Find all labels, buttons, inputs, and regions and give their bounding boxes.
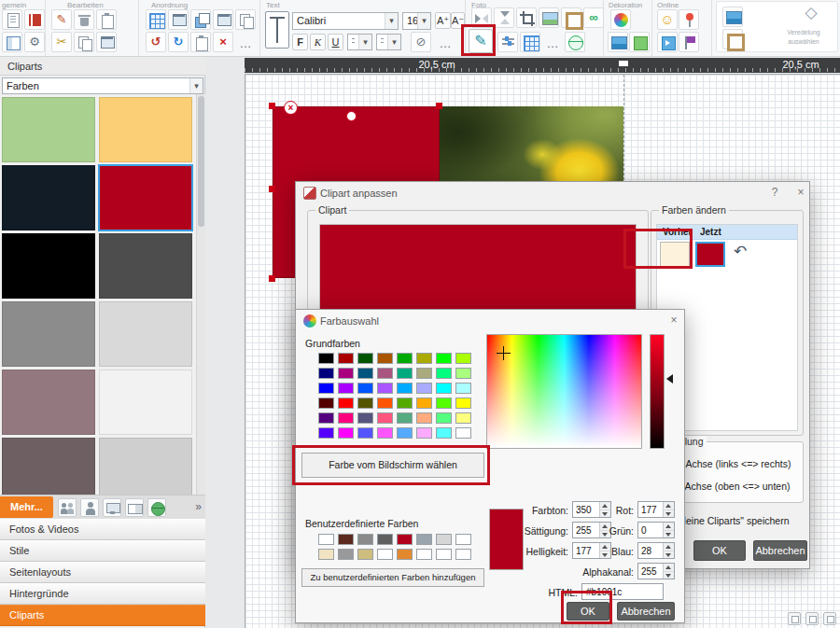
- basic-color-swatch[interactable]: [436, 353, 452, 364]
- bold-button[interactable]: F: [292, 34, 308, 50]
- underline-button[interactable]: U: [328, 34, 343, 50]
- hue-saturation-field[interactable]: [486, 334, 642, 449]
- background-button[interactable]: [608, 32, 628, 52]
- album-icon[interactable]: [125, 498, 144, 517]
- view-thumbnails-icon[interactable]: [788, 612, 801, 625]
- copy-button[interactable]: [74, 32, 94, 52]
- custom-color-swatch[interactable]: [397, 549, 413, 560]
- spin-down-icon[interactable]: [664, 510, 674, 518]
- layers-button[interactable]: [190, 9, 211, 30]
- custom-color-swatch[interactable]: [338, 549, 354, 560]
- nav-item[interactable]: Cliparts: [0, 605, 205, 626]
- pin-button[interactable]: [679, 9, 699, 30]
- photo-grid-button[interactable]: [520, 32, 540, 52]
- arrange-paste-button[interactable]: [190, 32, 211, 52]
- photo-edit-button[interactable]: ✎: [469, 29, 493, 53]
- basic-color-swatch[interactable]: [338, 412, 354, 424]
- close-button[interactable]: ×: [792, 186, 809, 201]
- help-button[interactable]: ?: [766, 186, 783, 201]
- basic-color-swatch[interactable]: [318, 412, 334, 424]
- line-spacing-select[interactable]: ▾: [376, 34, 401, 50]
- custom-color-swatch[interactable]: [377, 534, 393, 545]
- basic-color-swatch[interactable]: [377, 427, 393, 439]
- basic-color-swatch[interactable]: [318, 368, 334, 379]
- delete-clipart-handle[interactable]: ×: [284, 101, 298, 115]
- photo-icon[interactable]: [539, 7, 559, 28]
- clipart-swatch[interactable]: [99, 165, 192, 230]
- custom-color-swatch[interactable]: [416, 549, 432, 560]
- basic-color-swatch[interactable]: [416, 353, 432, 364]
- upload-button[interactable]: [657, 32, 678, 52]
- globe-icon[interactable]: [147, 498, 166, 517]
- palette-icon[interactable]: [610, 9, 631, 30]
- basic-color-swatch[interactable]: [397, 412, 413, 424]
- clipart-swatch[interactable]: [2, 438, 95, 495]
- basic-color-swatch[interactable]: [397, 353, 413, 364]
- color-ok-button[interactable]: OK: [567, 602, 609, 621]
- clipart-swatch[interactable]: [2, 370, 95, 435]
- remove-button[interactable]: ×: [213, 32, 233, 52]
- basic-color-swatch[interactable]: [377, 383, 393, 394]
- effects-icon[interactable]: [722, 7, 743, 27]
- basic-color-swatch[interactable]: [357, 412, 373, 424]
- rotate-clipart-handle[interactable]: [346, 111, 357, 121]
- red-spinbox[interactable]: 177: [637, 501, 675, 518]
- link-button[interactable]: ∞: [583, 7, 604, 28]
- basic-color-swatch[interactable]: [416, 398, 432, 409]
- clipart-swatch[interactable]: [2, 97, 95, 162]
- basic-color-swatch[interactable]: [397, 427, 413, 439]
- view-spread-icon[interactable]: [805, 612, 819, 625]
- border-button[interactable]: [629, 32, 650, 52]
- basic-color-swatch[interactable]: [338, 368, 354, 379]
- resize-handle-top-left[interactable]: [269, 103, 275, 109]
- clipart-swatch[interactable]: [99, 438, 192, 495]
- custom-color-swatch[interactable]: [416, 534, 432, 545]
- resize-handle-top-right[interactable]: [436, 103, 442, 109]
- clipart-swatch[interactable]: [99, 97, 192, 162]
- basic-color-swatch[interactable]: [357, 368, 373, 379]
- people-icon[interactable]: [58, 498, 77, 517]
- flip-horizontal-button[interactable]: [471, 7, 492, 28]
- nav-item[interactable]: Seitenlayouts: [0, 562, 205, 583]
- basic-color-swatch[interactable]: [318, 353, 334, 364]
- expand-toolbar-icon[interactable]: »: [195, 500, 202, 513]
- green-spinbox[interactable]: 0: [637, 522, 675, 538]
- clipart-cancel-button[interactable]: Abbrechen: [753, 540, 807, 561]
- add-custom-color-button[interactable]: Zu benutzerdefinierten Farben hinzufügen: [301, 568, 484, 587]
- basic-color-swatch[interactable]: [436, 398, 452, 409]
- custom-color-swatch[interactable]: [436, 549, 452, 560]
- spin-up-icon[interactable]: [664, 502, 674, 510]
- foto-overflow-button[interactable]: …: [542, 34, 563, 54]
- basic-color-swatch[interactable]: [338, 398, 354, 409]
- delete-button[interactable]: [74, 9, 94, 30]
- basic-color-swatch[interactable]: [436, 427, 452, 439]
- font-family-select[interactable]: Calibri ▾: [292, 12, 399, 30]
- html-color-input[interactable]: #b1001c: [581, 583, 664, 600]
- basic-color-swatch[interactable]: [318, 427, 334, 439]
- basic-color-swatch[interactable]: [416, 368, 432, 379]
- nav-item[interactable]: Hintergründe: [0, 583, 205, 605]
- clipart-swatch[interactable]: [2, 233, 95, 299]
- basic-color-swatch[interactable]: [357, 383, 373, 394]
- clipart-swatch[interactable]: [99, 370, 192, 435]
- cut-button[interactable]: ✂: [51, 32, 72, 52]
- layout-icon[interactable]: [2, 32, 22, 52]
- basic-color-swatch[interactable]: [318, 383, 334, 394]
- custom-color-swatch[interactable]: [318, 549, 334, 560]
- basic-color-swatch[interactable]: [455, 427, 471, 439]
- pick-screen-color-button[interactable]: Farbe vom Bildschirm wählen: [301, 453, 484, 478]
- custom-color-swatch[interactable]: [436, 534, 452, 545]
- sidebar-scrollbar[interactable]: [196, 94, 205, 495]
- rotate-right-button[interactable]: ↻: [168, 32, 189, 52]
- sidebar-scrollbar-thumb[interactable]: [198, 96, 204, 227]
- basic-color-swatch[interactable]: [377, 412, 393, 424]
- color-crosshair[interactable]: [497, 346, 511, 360]
- frames-icon[interactable]: [722, 29, 743, 49]
- font-size-select[interactable]: 16 ▾: [402, 12, 431, 30]
- after-color-swatch[interactable]: [695, 242, 725, 267]
- spin-up-icon[interactable]: [664, 564, 674, 572]
- settings-button[interactable]: ⚙: [24, 32, 45, 52]
- view-fullscreen-icon[interactable]: [823, 612, 836, 625]
- basic-color-swatch[interactable]: [357, 427, 373, 439]
- basic-color-swatch[interactable]: [357, 353, 373, 364]
